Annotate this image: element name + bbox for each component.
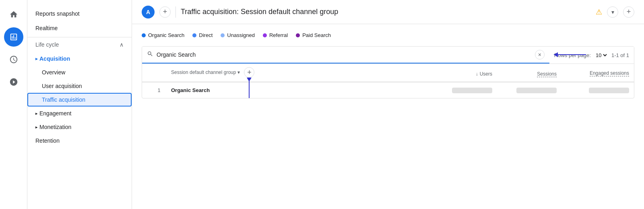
dimension-dropdown-icon[interactable]: ▾ xyxy=(237,70,240,75)
col-users-label: Users xyxy=(480,71,492,77)
legend-label-referral: Referral xyxy=(269,32,288,38)
lifecycle-collapse-icon: ∧ xyxy=(120,41,124,48)
search-input[interactable]: Organic Search xyxy=(157,51,196,58)
dimension-col-label: Session default channel group xyxy=(171,70,236,75)
legend-label-direct: Direct xyxy=(199,32,213,38)
monetization-expand-icon: ▸ xyxy=(35,125,38,130)
row-dimension-value: Organic Search xyxy=(171,87,428,93)
rows-per-page-label: Rows per page: xyxy=(554,52,591,58)
col-header-dimension: Session default channel group ▾ + xyxy=(171,67,428,78)
header-divider xyxy=(175,6,176,18)
engagement-group: ▸ Engagement xyxy=(27,107,132,120)
engagement-expand-icon: ▸ xyxy=(35,111,38,116)
acquisition-group: ▸ Acquisition Overview User acquisition … xyxy=(27,52,132,107)
acquisition-label[interactable]: Acquisition xyxy=(39,55,70,62)
table-header: Session default channel group ▾ + ↓ User… xyxy=(142,64,634,82)
data-table: Organic Search × Rows per page: 10 xyxy=(142,46,634,98)
reports-nav-item[interactable] xyxy=(4,27,23,47)
legend-dot-organic-search xyxy=(142,33,146,37)
icon-bar xyxy=(0,0,27,209)
sidebar-item-traffic-acquisition[interactable]: Traffic acquisition xyxy=(27,93,132,107)
row-number: 1 xyxy=(147,87,171,93)
home-nav-item[interactable] xyxy=(4,5,23,24)
legend-item-organic-search: Organic Search xyxy=(142,32,184,38)
row-engaged-sessions-cell xyxy=(557,88,629,93)
search-arrow-annotation xyxy=(554,54,586,55)
realtime-nav-item[interactable] xyxy=(4,50,23,69)
add-report-button[interactable]: + xyxy=(623,6,634,18)
users-sort-icon[interactable]: ↓ xyxy=(476,71,478,77)
col-header-sessions: Sessions xyxy=(492,71,557,78)
add-column-button[interactable]: + xyxy=(244,67,254,78)
page-title: Traffic acquisition: Session default cha… xyxy=(181,8,591,16)
legend-item-unassigned: Unassigned xyxy=(221,32,255,38)
monetization-label[interactable]: Monetization xyxy=(39,124,71,130)
col-header-users: ↓ Users xyxy=(428,71,492,78)
row-sessions-cell xyxy=(492,88,557,93)
blurred-users-value xyxy=(452,88,492,93)
row-users-cell xyxy=(428,88,492,93)
rows-per-page-select[interactable]: 10 25 50 xyxy=(594,52,608,59)
acquisition-expand-icon: ▸ xyxy=(35,56,38,61)
add-comparison-button[interactable]: + xyxy=(159,6,171,18)
search-icon xyxy=(147,51,153,59)
legend-dot-referral xyxy=(263,33,267,37)
warning-icon: ⚠ xyxy=(596,8,602,16)
sidebar-item-reports-snapshot[interactable]: Reports snapshot xyxy=(27,6,132,21)
legend-label-paid-search: Paid Search xyxy=(302,32,331,38)
avatar[interactable]: A xyxy=(142,6,155,18)
blurred-sessions-value xyxy=(516,88,557,93)
sidebar-item-realtime[interactable]: Realtime xyxy=(27,21,132,35)
advertising-nav-item[interactable] xyxy=(4,72,23,92)
chart-legend: Organic Search Direct Unassigned Referra… xyxy=(142,32,634,38)
legend-item-referral: Referral xyxy=(263,32,288,38)
legend-label-organic-search: Organic Search xyxy=(148,32,184,38)
col-engaged-sessions-label: Engaged sessions xyxy=(590,70,629,76)
content-area: Organic Search Direct Unassigned Referra… xyxy=(132,24,644,209)
sidebar-section-lifecycle[interactable]: Life cycle ∧ xyxy=(27,37,132,52)
sidebar-item-user-acquisition[interactable]: User acquisition xyxy=(27,79,132,93)
legend-dot-paid-search xyxy=(296,33,300,37)
legend-dot-unassigned xyxy=(221,33,225,37)
table-toolbar: Organic Search × Rows per page: 10 xyxy=(142,47,634,64)
title-dropdown-button[interactable]: ▾ xyxy=(607,6,618,18)
legend-item-paid-search: Paid Search xyxy=(296,32,331,38)
legend-item-direct: Direct xyxy=(192,32,213,38)
table-row: 1 Organic Search xyxy=(142,82,634,98)
engagement-label[interactable]: Engagement xyxy=(39,110,71,117)
blurred-engaged-sessions-value xyxy=(589,88,629,93)
legend-dot-direct xyxy=(192,33,196,37)
lifecycle-section-title: Life cycle xyxy=(35,41,59,48)
add-column-arrow xyxy=(249,78,250,98)
monetization-group: ▸ Monetization xyxy=(27,120,132,134)
col-sessions-label: Sessions xyxy=(537,71,557,77)
header: A + Traffic acquisition: Session default… xyxy=(132,0,644,24)
legend-label-unassigned: Unassigned xyxy=(227,32,255,38)
col-header-engaged-sessions: Engaged sessions xyxy=(557,70,629,78)
pagination-range: 1-1 of 1 xyxy=(611,52,629,58)
pagination-controls: Rows per page: 10 25 50 1-1 of 1 xyxy=(549,49,634,62)
col-header-num xyxy=(147,77,171,78)
main-content: A + Traffic acquisition: Session default… xyxy=(132,0,644,209)
sidebar-item-overview[interactable]: Overview xyxy=(27,66,132,79)
retention-label[interactable]: Retention xyxy=(35,137,60,144)
clear-search-button[interactable]: × xyxy=(535,50,545,59)
sidebar: Reports snapshot Realtime Life cycle ∧ ▸… xyxy=(27,0,132,209)
retention-group: Retention xyxy=(27,134,132,148)
